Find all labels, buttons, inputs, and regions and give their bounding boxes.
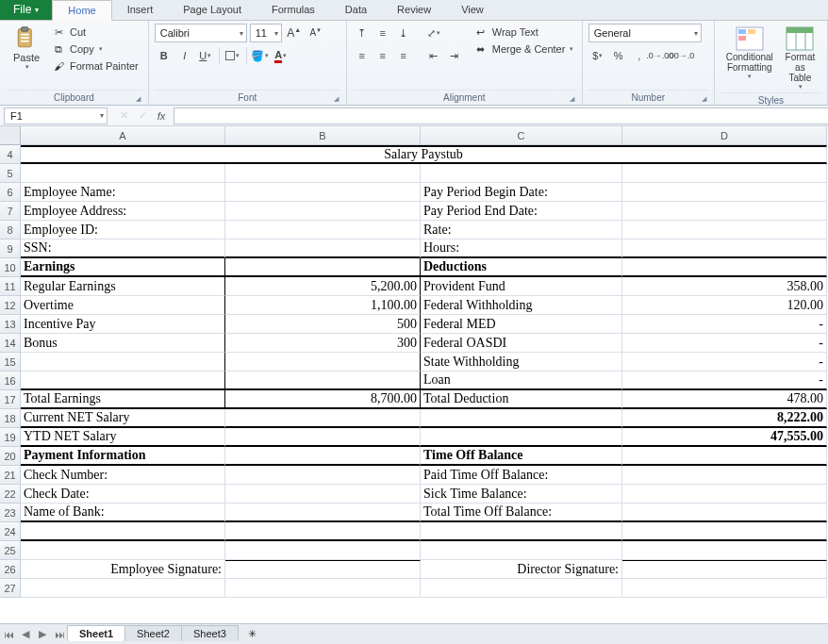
cell-D17[interactable]: 478.00: [622, 390, 827, 409]
row-header-22[interactable]: 22: [0, 485, 21, 504]
cell-title[interactable]: Salary Paystub: [21, 145, 827, 164]
merge-center-button[interactable]: ⬌ Merge & Center: [470, 41, 578, 58]
cell-D9[interactable]: [622, 239, 827, 258]
cell-C22[interactable]: Sick Time Balance:: [421, 485, 622, 504]
tab-view[interactable]: View: [446, 0, 499, 20]
cell-D20[interactable]: [622, 447, 827, 466]
cell-D27[interactable]: [622, 579, 827, 598]
sheet-nav-next[interactable]: ▶: [34, 626, 51, 643]
cell-A15[interactable]: [21, 353, 225, 372]
cell-C23[interactable]: Total Time Off Balance:: [421, 504, 622, 522]
accounting-format-button[interactable]: $: [588, 46, 607, 65]
cell-D19[interactable]: 47,555.00: [622, 428, 827, 447]
tab-page-layout[interactable]: Page Layout: [168, 0, 257, 20]
sheet-tab-2[interactable]: Sheet2: [124, 625, 182, 641]
font-color-button[interactable]: A: [272, 46, 290, 65]
cell-C21[interactable]: Paid Time Off Balance:: [421, 466, 622, 485]
row-header-10[interactable]: 10: [0, 258, 21, 277]
cell-A8[interactable]: Employee ID:: [21, 221, 225, 239]
cell-A21[interactable]: Check Number:: [21, 466, 225, 485]
cell-B22[interactable]: [225, 485, 421, 504]
sheet-tab-1[interactable]: Sheet1: [67, 625, 125, 641]
italic-button[interactable]: I: [175, 46, 194, 65]
col-header-A[interactable]: A: [21, 126, 225, 145]
paste-button[interactable]: Paste: [6, 24, 47, 73]
cell-C16[interactable]: Loan: [421, 372, 622, 390]
cell-C26[interactable]: Director Signature:: [421, 560, 622, 579]
cell-B21[interactable]: [225, 466, 421, 485]
font-size-select[interactable]: 11: [250, 24, 282, 42]
cell-A26[interactable]: Employee Signature:: [21, 560, 225, 579]
cell-A10[interactable]: Earnings: [21, 258, 225, 277]
percent-button[interactable]: %: [609, 46, 628, 65]
cell-B12[interactable]: 1,100.00: [225, 296, 421, 315]
orientation-button[interactable]: ⤢: [424, 24, 443, 42]
format-painter-button[interactable]: 🖌 Format Painter: [47, 58, 142, 74]
cell-A19[interactable]: YTD NET Salary: [21, 428, 225, 447]
cell-D13[interactable]: -: [622, 315, 827, 334]
cell-C17[interactable]: Total Deduction: [421, 390, 622, 409]
align-left-button[interactable]: ≡: [353, 46, 372, 65]
align-middle-button[interactable]: ≡: [373, 24, 392, 42]
fill-color-button[interactable]: 🪣: [251, 46, 270, 65]
cell-A5[interactable]: [21, 164, 225, 183]
cell-B25[interactable]: [225, 541, 421, 560]
col-header-D[interactable]: D: [622, 126, 827, 145]
cell-D16[interactable]: -: [622, 372, 827, 390]
cell-D10[interactable]: [622, 258, 827, 277]
cell-B13[interactable]: 500: [225, 315, 421, 334]
cell-D15[interactable]: -: [622, 353, 827, 372]
cell-D8[interactable]: [622, 221, 827, 239]
new-sheet-button[interactable]: ✳: [242, 627, 263, 642]
row-header-27[interactable]: 27: [0, 579, 21, 598]
copy-button[interactable]: ⧉ Copy: [47, 41, 142, 58]
row-header-9[interactable]: 9: [0, 239, 21, 258]
cut-button[interactable]: ✂ Cut: [47, 24, 142, 41]
cell-C6[interactable]: Pay Period Begin Date:: [421, 183, 622, 202]
row-header-11[interactable]: 11: [0, 277, 21, 296]
cell-B16[interactable]: [225, 372, 421, 390]
tab-formulas[interactable]: Formulas: [257, 0, 330, 20]
tab-insert[interactable]: Insert: [112, 0, 169, 20]
row-header-21[interactable]: 21: [0, 466, 21, 485]
borders-button[interactable]: [224, 46, 242, 65]
row-header-8[interactable]: 8: [0, 221, 21, 239]
group-label-number[interactable]: Number: [588, 90, 708, 105]
fx-enter[interactable]: ✓: [134, 107, 151, 124]
cell-B17[interactable]: 8,700.00: [225, 390, 421, 409]
grow-font-button[interactable]: A▲: [285, 24, 304, 42]
cell-A25[interactable]: [21, 541, 225, 560]
cell-D25[interactable]: [622, 541, 827, 560]
cell-D21[interactable]: [622, 466, 827, 485]
cell-C27[interactable]: [421, 579, 622, 598]
cell-C25[interactable]: [421, 541, 622, 560]
row-header-12[interactable]: 12: [0, 296, 21, 315]
cell-B6[interactable]: [225, 183, 421, 202]
name-box[interactable]: F1: [4, 107, 108, 124]
cell-C10[interactable]: Deductions: [421, 258, 622, 277]
row-header-17[interactable]: 17: [0, 390, 21, 409]
cell-C15[interactable]: State Withholding: [421, 353, 622, 372]
cell-D26[interactable]: [622, 560, 827, 579]
fx-cancel[interactable]: ✕: [115, 107, 132, 124]
cell-A11[interactable]: Regular Earnings: [21, 277, 225, 296]
format-table-button[interactable]: Format as Table: [779, 24, 821, 92]
conditional-formatting-button[interactable]: Conditional Formatting: [720, 24, 779, 82]
cell-D22[interactable]: [622, 485, 827, 504]
row-header-4[interactable]: 4: [0, 145, 21, 164]
cell-B14[interactable]: 300: [225, 334, 421, 353]
fx-button[interactable]: fx: [153, 107, 170, 124]
cell-A22[interactable]: Check Date:: [21, 485, 225, 504]
group-label-font[interactable]: Font: [155, 90, 340, 105]
cell-A17[interactable]: Total Earnings: [21, 390, 225, 409]
cell-B11[interactable]: 5,200.00: [225, 277, 421, 296]
cell-C5[interactable]: [421, 164, 622, 183]
align-top-button[interactable]: ⤒: [353, 24, 372, 42]
cell-A14[interactable]: Bonus: [21, 334, 225, 353]
row-header-19[interactable]: 19: [0, 428, 21, 447]
cell-B20[interactable]: [225, 447, 421, 466]
cell-C24[interactable]: [421, 522, 622, 541]
align-bottom-button[interactable]: ⤓: [394, 24, 413, 42]
cell-A20[interactable]: Payment Information: [21, 447, 225, 466]
row-header-5[interactable]: 5: [0, 164, 21, 183]
